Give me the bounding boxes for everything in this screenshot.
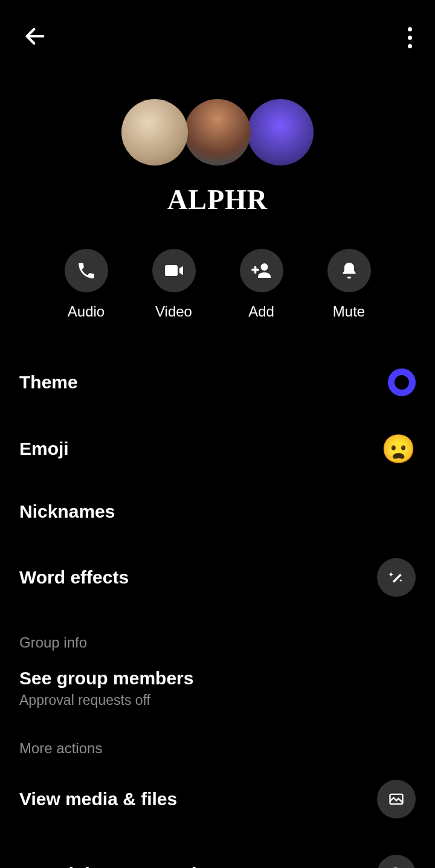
add-label: Add — [248, 303, 274, 320]
theme-row[interactable]: Theme — [19, 350, 416, 414]
view-media-label: View media & files — [19, 789, 177, 809]
group-info-header: Group info — [19, 615, 416, 656]
group-avatars — [0, 99, 435, 166]
more-actions-header: More actions — [19, 721, 416, 762]
mute-label: Mute — [333, 303, 365, 320]
video-button[interactable]: Video — [152, 249, 196, 320]
group-title: ALPHR — [0, 184, 435, 216]
settings-list: Theme Emoji 😦 Nicknames Word effects Gro… — [0, 350, 435, 868]
member-avatar — [247, 99, 314, 166]
see-group-members-row[interactable]: See group members Approval requests off — [19, 656, 416, 721]
search-label: Search in conversation — [19, 864, 219, 868]
audio-button[interactable]: Audio — [65, 249, 108, 320]
quick-actions: Audio Video Add Mute — [0, 249, 435, 320]
svg-point-1 — [260, 263, 268, 271]
bell-icon — [327, 249, 371, 292]
emoji-row[interactable]: Emoji 😦 — [19, 414, 416, 483]
emoji-glyph: 😦 — [381, 432, 416, 465]
video-icon — [152, 249, 196, 292]
video-label: Video — [155, 303, 192, 320]
theme-label: Theme — [19, 372, 78, 393]
nicknames-label: Nicknames — [19, 501, 115, 522]
audio-label: Audio — [68, 303, 105, 320]
approval-status: Approval requests off — [19, 692, 150, 709]
magic-wand-icon — [377, 558, 416, 597]
word-effects-label: Word effects — [19, 567, 129, 588]
search-conversation-row[interactable]: Search in conversation — [19, 837, 416, 868]
word-effects-row[interactable]: Word effects — [19, 540, 416, 615]
view-media-row[interactable]: View media & files — [19, 762, 416, 837]
see-members-label: See group members — [19, 668, 193, 689]
image-icon — [377, 780, 416, 818]
member-avatar — [184, 99, 251, 166]
header — [0, 0, 435, 63]
add-button[interactable]: Add — [240, 249, 283, 320]
phone-icon — [65, 249, 108, 292]
nicknames-row[interactable]: Nicknames — [19, 483, 416, 540]
emoji-label: Emoji — [19, 439, 69, 459]
member-avatar — [121, 99, 188, 166]
add-person-icon — [240, 249, 283, 292]
search-icon — [377, 855, 416, 868]
kebab-menu-icon[interactable] — [408, 27, 412, 48]
mute-button[interactable]: Mute — [327, 249, 371, 320]
back-arrow-icon[interactable] — [23, 24, 47, 51]
theme-color-indicator — [388, 368, 416, 396]
